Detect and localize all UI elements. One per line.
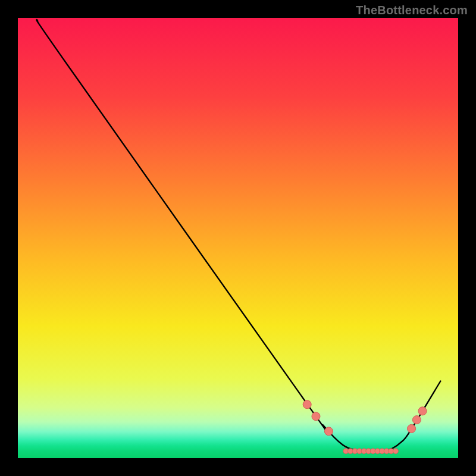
slope-marker [412,416,421,424]
valley-marker [393,449,398,454]
chart-stage: TheBottleneck.com [0,0,476,476]
bottleneck-chart [0,0,476,476]
slope-marker [408,424,416,433]
slope-marker [324,427,333,436]
gradient-background [18,18,458,458]
slope-marker [418,407,427,415]
slope-marker [303,400,311,409]
slope-marker [312,412,320,421]
